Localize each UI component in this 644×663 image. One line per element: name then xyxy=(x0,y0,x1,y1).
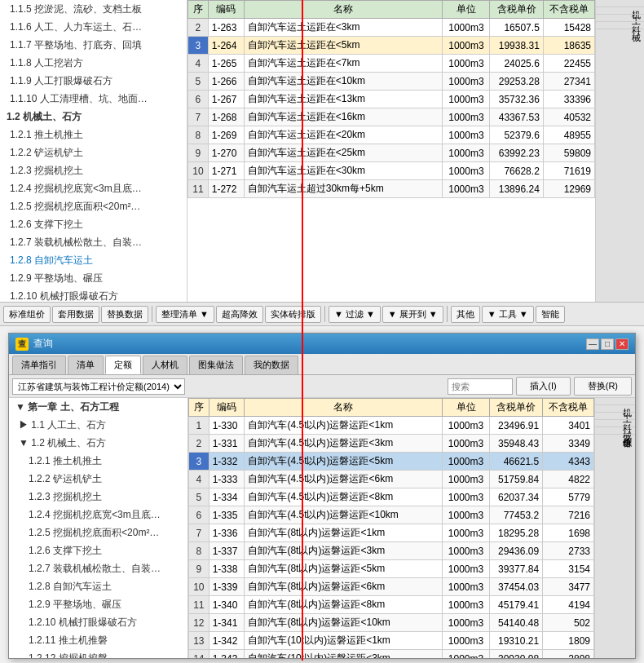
dlg-tree-item-1-1[interactable]: ▶ 1.1 人工土、石方 xyxy=(9,416,187,434)
tree-item-13[interactable]: 1.2.6 支撑下挖土 xyxy=(0,215,187,233)
top-table-row[interactable]: 9 1-270 自卸汽车运土运距在<25km 1000m3 63992.23 5… xyxy=(188,144,595,162)
tree-item-4[interactable]: 1.1.8 人工挖岩方 xyxy=(0,54,187,72)
cell-unit: 1000m3 xyxy=(443,162,490,180)
dialog-table-row[interactable]: 5 1-334 自卸汽车(4.5t以内)运磐运距<8km 1000m3 6203… xyxy=(189,488,594,506)
top-table-row[interactable]: 4 1-265 自卸汽车运土运距在<7km 1000m3 24025.6 224… xyxy=(188,55,595,73)
tree-item-5[interactable]: 1.1.9 人工打眼爆破石方 xyxy=(0,72,187,90)
top-table-row[interactable]: 8 1-269 自卸汽车运土运距在<20km 1000m3 52379.6 48… xyxy=(188,126,595,144)
tree-item-9[interactable]: 1.2.2 铲运机铲土 xyxy=(0,144,187,161)
cell-name: 自卸汽车运土运距在<7km xyxy=(244,55,443,73)
dialog-table-row[interactable]: 6 1-335 自卸汽车(4.5t以内)运磐运距<10km 1000m3 774… xyxy=(189,506,594,524)
btn-other[interactable]: 其他 xyxy=(451,306,480,323)
tree-item-12[interactable]: 1.2.5 挖掘机挖底面积<20m²… xyxy=(0,197,187,215)
dlg-tree-item-ch1[interactable]: ▼ 第一章 土、石方工程 xyxy=(9,398,187,416)
cell-name: 自卸汽车运土运距在<20km xyxy=(244,126,443,144)
dialog-table-row[interactable]: 4 1-333 自卸汽车(4.5t以内)运磐运距<6km 1000m3 5175… xyxy=(189,471,594,488)
tree-item-6[interactable]: 1.1.10 人工清理槽、坑、地面… xyxy=(0,90,187,108)
top-table-row[interactable]: 7 1-268 自卸汽车运土运距在<16km 1000m3 43367.53 4… xyxy=(188,108,595,126)
tab-定额[interactable]: 定额 xyxy=(105,356,141,374)
dlg-tree-item-1-2-2[interactable]: 1.2.2 铲运机铲土 xyxy=(9,470,187,488)
tree-item-16[interactable]: 1.2.9 平整场地、碾压 xyxy=(0,269,187,287)
dlg-tree-item-1-2-3[interactable]: 1.2.3 挖掘机挖土 xyxy=(9,488,187,506)
dlg-cell-seq: 3 xyxy=(189,453,210,471)
btn-standard-price[interactable]: 标准组价 xyxy=(3,306,51,323)
btn-filter[interactable]: ▼ 过滤 ▼ xyxy=(329,306,381,323)
dlg-tree-item-1-2-1[interactable]: 1.2.1 推土机推土 xyxy=(9,452,187,470)
btn-use-data[interactable]: 套用数据 xyxy=(52,306,99,323)
dialog-table-row[interactable]: 7 1-336 自卸汽车(8t以内)运磐运距<1km 1000m3 18295.… xyxy=(189,524,594,542)
col-unit: 单位 xyxy=(443,1,490,19)
col-code: 编码 xyxy=(208,1,244,19)
tree-item-3[interactable]: 1.1.7 平整场地、打底夯、回填 xyxy=(0,36,187,54)
cell-unit: 1000m3 xyxy=(443,180,490,198)
cell-code: 1-270 xyxy=(208,144,244,162)
top-table-row[interactable]: 6 1-267 自卸汽车运土运距在<13km 1000m3 35732.36 3… xyxy=(188,91,595,108)
dlg-cell-tax: 51759.84 xyxy=(489,471,542,488)
top-table-row[interactable]: 3 1-264 自卸汽车运土运距在<5km 1000m3 19938.31 18… xyxy=(188,37,595,55)
dlg-tree-item-1-2-9[interactable]: 1.2.9 平整场地、碾压 xyxy=(9,595,187,613)
tab-清单[interactable]: 清单 xyxy=(68,356,104,374)
dialog-table-row[interactable]: 2 1-331 自卸汽车(4.5t以内)运磐运距<3km 1000m3 3594… xyxy=(189,435,594,453)
dlg-tree-item-1-2-5[interactable]: 1.2.5 挖掘机挖底面积<20m²… xyxy=(9,524,187,541)
cell-unit: 1000m3 xyxy=(443,19,490,37)
dlg-tree-item-1-2-6[interactable]: 1.2.6 支撑下挖土 xyxy=(9,541,187,559)
dialog-table-row[interactable]: 9 1-338 自卸汽车(8t以内)运磐运距<5km 1000m3 39377.… xyxy=(189,560,594,578)
tree-item-14[interactable]: 1.2.7 装载机械松散土、自装… xyxy=(0,233,187,251)
dialog-table-row[interactable]: 10 1-339 自卸汽车(8t以内)运磐运距<6km 1000m3 37454… xyxy=(189,578,594,596)
tab-我的数据[interactable]: 我的数据 xyxy=(245,356,298,374)
dialog-table-row[interactable]: 12 1-341 自卸汽车(8t以内)运磐运距<10km 1000m3 5414… xyxy=(189,614,594,632)
top-table-row[interactable]: 11 1-272 自卸汽车运土超过30km每+5km 1000m3 13896.… xyxy=(188,180,595,198)
tree-item-11[interactable]: 1.2.4 挖掘机挖底宽<3m且底… xyxy=(0,179,187,197)
dialog-maximize-btn[interactable]: □ xyxy=(601,338,614,350)
btn-super-effect[interactable]: 超高降效 xyxy=(216,306,263,323)
tree-item-17[interactable]: 1.2.10 机械打眼爆破石方 xyxy=(0,287,187,302)
dlg-tree-item-1-2-11[interactable]: 1.2.11 推土机推磐 xyxy=(9,631,187,649)
dialog-table-row[interactable]: 3 1-332 自卸汽车(4.5t以内)运磐运距<5km 1000m3 4662… xyxy=(189,453,594,471)
tab-人材机[interactable]: 人材机 xyxy=(143,356,187,374)
dialog-table-row[interactable]: 8 1-337 自卸汽车(8t以内)运磐运距<3km 1000m3 29436.… xyxy=(189,542,594,560)
dlg-cell-code: 1-333 xyxy=(209,471,245,488)
dlg-cell-unit: 1000m3 xyxy=(443,578,490,596)
dialog-table-row[interactable]: 1 1-330 自卸汽车(4.5t以内)运磐运距<1km 1000m3 2349… xyxy=(189,417,594,435)
tree-item-8[interactable]: 1.2.1 推土机推土 xyxy=(0,126,187,144)
dialog-table-row[interactable]: 11 1-340 自卸汽车(8t以内)运磐运距<8km 1000m3 45179… xyxy=(189,596,594,614)
dlg-tree-item-1-2-7[interactable]: 1.2.7 装载机械松散土、自装… xyxy=(9,559,187,577)
btn-expand[interactable]: ▼ 展开到 ▼ xyxy=(382,306,443,323)
tree-item-2[interactable]: 1.1.6 人工、人力车运土、石… xyxy=(0,18,187,36)
replace-btn[interactable]: 替换(R) xyxy=(574,377,632,396)
btn-organize[interactable]: 整理清单 ▼ xyxy=(156,306,214,323)
dlg-tree-item-1-2[interactable]: ▼ 1.2 机械土、石方 xyxy=(9,434,187,452)
search-input[interactable] xyxy=(448,378,513,395)
top-table-row[interactable]: 10 1-271 自卸汽车运土运距在<30km 1000m3 76628.2 7… xyxy=(188,162,595,180)
insert-btn[interactable]: 插入(I) xyxy=(516,377,570,396)
tab-图集做法[interactable]: 图集做法 xyxy=(189,356,243,374)
dialog-body: ▼ 第一章 土、石方工程 ▶ 1.1 人工土、石方 ▼ 1.2 机械土、石方 1… xyxy=(9,398,635,658)
dlg-tree-item-1-2-8[interactable]: 1.2.8 自卸汽车运土 xyxy=(9,577,187,595)
dialog-table-row[interactable]: 13 1-342 自卸汽车(10t以内)运磐运距<1km 1000m3 1931… xyxy=(189,632,594,650)
dialog-close-btn[interactable]: ✕ xyxy=(615,338,629,350)
cell-seq: 6 xyxy=(188,91,209,108)
dialog-table-row[interactable]: 14 1-343 自卸汽车(10t以内)运磐运距<3km 1000m3 3093… xyxy=(189,650,594,659)
top-table-row[interactable]: 5 1-266 自卸汽车运土运距在<10km 1000m3 29253.28 2… xyxy=(188,73,595,91)
cell-name: 自卸汽车运土运距在<16km xyxy=(244,108,443,126)
dlg-tree-item-1-2-10[interactable]: 1.2.10 机械打眼爆破石方 xyxy=(9,613,187,631)
dlg-cell-seq: 6 xyxy=(189,506,210,524)
btn-brick[interactable]: 实体砖排版 xyxy=(265,306,321,323)
dialog-minimize-btn[interactable]: — xyxy=(586,338,599,350)
tree-item-15[interactable]: 1.2.8 自卸汽车运土 xyxy=(0,251,187,269)
tree-item-7[interactable]: 1.2 机械土、石方 xyxy=(0,108,187,126)
dialog-data-table: 序 编码 名称 单位 含税单价 不含税单 1 1-330 自卸汽车(4.5t以内… xyxy=(188,398,594,658)
tab-清单指引[interactable]: 清单指引 xyxy=(12,356,66,374)
dlg-cell-seq: 9 xyxy=(189,560,210,578)
tree-item-10[interactable]: 1.2.3 挖掘机挖土 xyxy=(0,161,187,179)
dlg-cell-tax: 35948.43 xyxy=(489,435,542,453)
btn-replace-data[interactable]: 替换数据 xyxy=(101,306,148,323)
dlg-tree-item-1-2-12[interactable]: 1.2.12 挖掘机挖磐 xyxy=(9,649,187,658)
quota-dropdown[interactable]: 江苏省建筑与装饰工程计价定额(2014) xyxy=(12,378,185,395)
top-table-row[interactable]: 2 1-263 自卸汽车运土运距在<3km 1000m3 16507.5 154… xyxy=(188,19,595,37)
tree-item-1[interactable]: 1.1.5 挖淤泥、流砂、支档土板 xyxy=(0,0,187,18)
dlg-cell-code: 1-330 xyxy=(209,417,245,435)
btn-smart[interactable]: 智能 xyxy=(536,306,565,323)
dlg-tree-item-1-2-4[interactable]: 1.2.4 挖掘机挖底宽<3m且底… xyxy=(9,506,187,524)
btn-tools[interactable]: ▼ 工具 ▼ xyxy=(482,306,534,323)
